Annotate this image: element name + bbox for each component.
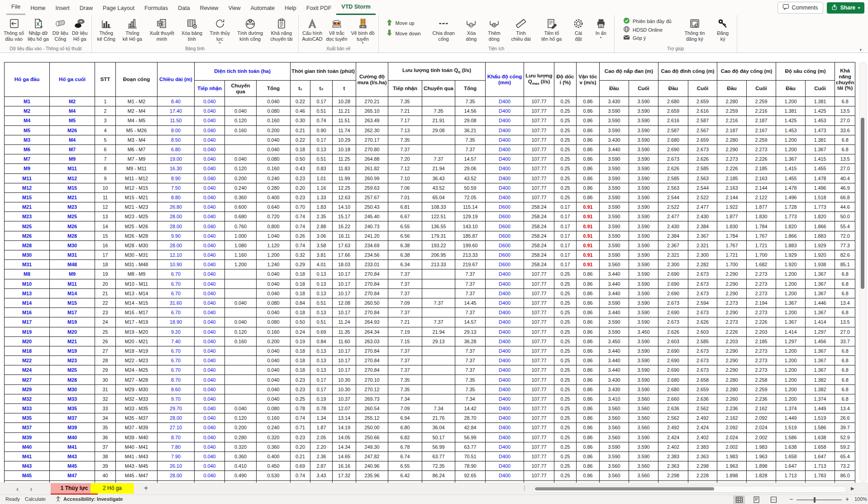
cell[interactable]: 2.690 — [658, 346, 688, 355]
cell[interactable]: M28 — [50, 231, 95, 240]
zoom-level[interactable]: 100% — [854, 496, 867, 502]
cell[interactable]: 2.144 — [747, 183, 776, 192]
cell[interactable]: 107.77 — [524, 423, 554, 432]
ribbon-button-x-a-b-ng-t-nh[interactable]: Xóa bảng tính — [180, 16, 204, 42]
cell[interactable]: 1.586 — [776, 432, 806, 442]
cell[interactable]: M11 - M12 — [116, 173, 157, 183]
cell[interactable]: 8.90 — [157, 173, 195, 183]
cell[interactable]: 107.77 — [524, 451, 554, 461]
cell[interactable]: 2.203 — [747, 327, 776, 336]
cell[interactable]: 2.236 — [717, 404, 747, 413]
cell[interactable]: 1.367 — [806, 144, 835, 154]
cell[interactable]: 3.590 — [600, 231, 629, 240]
cell[interactable]: 3.590 — [629, 135, 658, 144]
cell[interactable]: 11.83 — [333, 164, 356, 173]
cell[interactable]: 2.203 — [717, 336, 747, 346]
cell[interactable]: 10.17 — [333, 356, 356, 365]
cell[interactable]: 10.17 — [333, 365, 356, 375]
cell[interactable]: 0.17 — [554, 202, 577, 212]
cell[interactable]: 2.05 — [310, 432, 333, 442]
cell[interactable]: 2.162 — [717, 413, 747, 423]
cell[interactable]: 3.590 — [629, 279, 658, 288]
cell[interactable]: 2.477 — [658, 212, 688, 221]
cell[interactable]: D400 — [486, 451, 524, 461]
cell[interactable]: 0.71 — [291, 423, 310, 432]
cell[interactable]: 10.28 — [333, 97, 356, 106]
cell[interactable]: 1.381 — [806, 135, 835, 144]
cell[interactable]: 0.21 — [291, 451, 310, 461]
cell[interactable]: 107.77 — [524, 384, 554, 394]
cell[interactable]: 213.33 — [455, 250, 486, 260]
cell[interactable]: 2.383 — [688, 442, 717, 451]
cell[interactable]: 14.19 — [333, 423, 356, 432]
cell[interactable]: 6.94 — [388, 413, 422, 423]
cell[interactable]: 6.34 — [388, 260, 422, 269]
cell[interactable]: 2.585 — [688, 336, 717, 346]
cell[interactable]: 0.91 — [577, 202, 600, 212]
cell[interactable]: 0.25 — [554, 394, 577, 403]
cell[interactable]: 122.51 — [422, 212, 455, 221]
cell[interactable]: 0.91 — [577, 221, 600, 231]
cell[interactable]: 16.22 — [333, 221, 356, 231]
cell[interactable]: 0.91 — [577, 212, 600, 221]
cell[interactable]: 2.659 — [688, 384, 717, 394]
cell[interactable]: 1.200 — [776, 384, 806, 394]
ribbon-item-hdsd-online[interactable]: HDSD Online — [623, 26, 672, 34]
cell[interactable]: 3 — [95, 116, 116, 125]
cell[interactable]: 0.17 — [310, 375, 333, 384]
cell[interactable]: 33.6 — [835, 125, 855, 135]
cell[interactable]: 0.86 — [577, 269, 600, 279]
cell[interactable]: M16 — [5, 308, 50, 317]
cell[interactable]: 2.673 — [658, 317, 688, 327]
cell[interactable]: 2.562 — [658, 413, 688, 423]
cell[interactable]: 1.638 — [806, 432, 835, 442]
ribbon-item-phi-n-b-n-y[interactable]: Phiên bản đầy đủ — [623, 17, 672, 25]
cell[interactable]: M45 - M47 — [116, 471, 157, 480]
cell[interactable]: 3.590 — [600, 451, 629, 461]
cell[interactable]: 2.585 — [658, 173, 688, 183]
cell[interactable]: 2.363 — [658, 461, 688, 471]
cell[interactable]: 3.590 — [600, 442, 629, 451]
cell[interactable]: 0.51 — [310, 106, 333, 116]
cell[interactable]: 0.240 — [257, 423, 291, 432]
cell[interactable]: 21.76 — [422, 413, 455, 423]
cell[interactable]: 234.56 — [356, 250, 388, 260]
normal-view-icon[interactable] — [733, 495, 745, 504]
cell[interactable]: 1.367 — [806, 269, 835, 279]
cell[interactable]: 7.21 — [388, 317, 422, 327]
cell[interactable]: 0.040 — [195, 212, 225, 221]
cell[interactable]: 1.920 — [776, 260, 806, 269]
cell[interactable] — [422, 269, 455, 279]
cell[interactable]: 43.52 — [422, 183, 455, 192]
cell[interactable]: 7.01 — [388, 192, 422, 202]
cell[interactable]: 0.040 — [195, 375, 225, 384]
menu-tab-file[interactable]: File — [6, 0, 25, 15]
cell[interactable]: M31 - M48 — [116, 260, 157, 269]
menu-tab-draw[interactable]: Draw — [75, 1, 98, 15]
cell[interactable]: 0.25 — [554, 432, 577, 442]
cell[interactable]: 1.721 — [717, 250, 747, 260]
cell[interactable]: 185.87 — [455, 231, 486, 240]
cell[interactable]: M43 - M45 — [116, 461, 157, 471]
cell[interactable]: M28 — [50, 375, 95, 384]
cell[interactable]: 1.16 — [310, 183, 333, 192]
cell[interactable]: 1.898 — [747, 461, 776, 471]
cell[interactable]: M20 — [50, 327, 95, 336]
cell[interactable]: 107.77 — [524, 125, 554, 135]
cell[interactable]: 0.25 — [554, 471, 577, 480]
cell[interactable]: 0.51 — [310, 298, 333, 307]
cell[interactable]: 2.290 — [717, 144, 747, 154]
cell[interactable]: 7.21 — [388, 106, 422, 116]
cell[interactable]: 233.01 — [356, 260, 388, 269]
cell[interactable]: 7.37 — [455, 288, 486, 298]
cell[interactable]: 3.430 — [600, 135, 629, 144]
cell[interactable]: M35 - M37 — [116, 413, 157, 423]
cell[interactable]: 14.57 — [455, 317, 486, 327]
cell[interactable]: 2.216 — [747, 106, 776, 116]
cell[interactable]: M33 — [50, 394, 95, 403]
cell[interactable]: 2.024 — [747, 423, 776, 432]
cell[interactable]: 107.77 — [524, 183, 554, 192]
cell[interactable]: 33.7 — [835, 336, 855, 346]
cell[interactable]: 2.273 — [717, 298, 747, 307]
cell[interactable]: 1.682 — [747, 260, 776, 269]
